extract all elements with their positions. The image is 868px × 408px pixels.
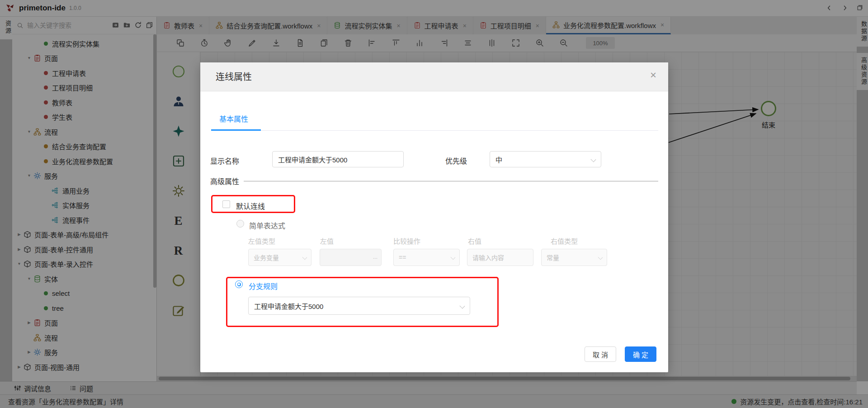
right-value-input[interactable]: 请输入内容 — [467, 249, 533, 266]
advanced-section-label: 高级属性 — [210, 176, 239, 186]
chevron-down-icon — [302, 255, 307, 260]
advanced-section: 高级属性 — [210, 176, 658, 186]
display-name-label: 显示名称 — [210, 155, 239, 166]
cancel-button[interactable]: 取 消 — [585, 346, 616, 362]
expression-column-label: 右值类型 — [551, 236, 578, 246]
priority-label: 优先级 — [445, 155, 467, 166]
expression-column-label: 左值类型 — [248, 236, 275, 246]
chevron-down-icon — [590, 157, 596, 162]
operator-value: == — [399, 254, 406, 261]
ok-button[interactable]: 确 定 — [625, 346, 656, 362]
right-type-value: 常量 — [547, 253, 559, 262]
dialog-title: 连线属性 — [216, 62, 252, 91]
left-type-value: 业务变量 — [254, 253, 279, 262]
left-value-input[interactable]: ... — [320, 249, 382, 266]
left-type-select[interactable]: 业务变量 — [248, 249, 311, 266]
simple-expression-radio[interactable] — [236, 220, 244, 228]
operator-select[interactable]: == — [393, 249, 460, 266]
expression-column-label: 左值 — [320, 236, 334, 246]
chevron-down-icon — [451, 255, 456, 260]
tab-active-underline — [211, 129, 261, 131]
priority-select[interactable]: 中 — [490, 151, 601, 167]
expression-column-label: 右值 — [468, 236, 481, 246]
right-value-placeholder: 请输入内容 — [472, 253, 504, 262]
more-icon[interactable]: ... — [373, 254, 377, 260]
annotation-box-default-line — [211, 195, 295, 213]
tab-basic-properties[interactable]: 基本属性 — [219, 113, 248, 124]
display-name-input[interactable] — [272, 151, 404, 167]
annotation-box-branch-rule — [226, 277, 499, 327]
close-icon[interactable]: × — [650, 70, 656, 81]
priority-value: 中 — [495, 155, 502, 164]
tab-divider — [211, 130, 658, 131]
app-window: primeton-ide 1.0.0 资源 流程实例实体集▼页面工程申请表工程项… — [0, 0, 868, 408]
expression-column-label: 比较操作 — [393, 236, 420, 246]
section-divider-line — [244, 181, 658, 181]
simple-expression-label: 简单表达式 — [249, 220, 285, 231]
right-type-select[interactable]: 常量 — [541, 249, 607, 266]
dialog-header: 连线属性 × — [200, 62, 668, 91]
chevron-down-icon — [598, 255, 603, 260]
